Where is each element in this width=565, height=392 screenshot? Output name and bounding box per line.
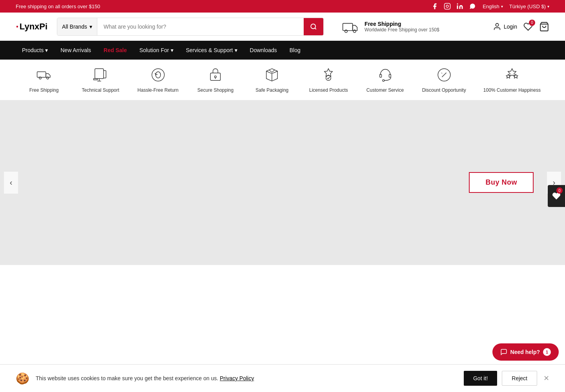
feature-licensed-products: Licensed Products	[309, 66, 348, 94]
social-icons	[431, 2, 476, 10]
logo[interactable]: · LynxPi	[16, 20, 47, 33]
wishlist-button[interactable]: 0	[523, 22, 533, 31]
technical-support-icon	[91, 66, 109, 84]
hero-prev-button[interactable]: ‹	[4, 172, 18, 194]
feature-customer-happiness: 100% Customer Happiness	[483, 66, 541, 94]
svg-text:%: %	[441, 72, 443, 74]
safe-packaging-label: Safe Packaging	[255, 87, 288, 94]
secure-shopping-label: Secure Shopping	[197, 87, 233, 94]
top-bar: Free shipping on all orders over $150 En…	[0, 0, 565, 13]
brand-select-chevron-icon: ▾	[89, 24, 92, 30]
svg-rect-6	[343, 23, 353, 30]
customer-service-label: Customer Service	[366, 87, 404, 94]
language-selector[interactable]: English ▾	[483, 4, 503, 9]
section-below-hero	[0, 265, 565, 312]
discount-opportunity-icon: %	[435, 66, 453, 84]
customer-service-icon	[376, 66, 394, 84]
hassle-free-return-label: Hassle-Free Return	[137, 87, 179, 94]
solution-chevron-icon: ▾	[171, 47, 173, 53]
svg-point-9	[496, 23, 498, 26]
svg-rect-24	[389, 74, 391, 77]
facebook-icon[interactable]	[431, 2, 439, 10]
shipping-title: Free Shipping	[365, 21, 439, 27]
licensed-products-label: Licensed Products	[309, 87, 348, 94]
feature-free-shipping: Free Shipping	[24, 66, 64, 94]
svg-rect-18	[210, 73, 220, 80]
wishlist-count: 0	[529, 20, 535, 26]
currency-chevron-icon: ▾	[547, 4, 549, 9]
safe-packaging-icon	[263, 66, 281, 84]
free-shipping-icon	[35, 66, 53, 84]
brand-select[interactable]: All Brands ▾	[57, 18, 97, 35]
discount-opportunity-label: Discount Opportunity	[422, 87, 466, 94]
svg-point-19	[215, 76, 217, 78]
login-button[interactable]: Login	[493, 22, 517, 31]
customer-happiness-label: 100% Customer Happiness	[483, 87, 541, 94]
main-nav: Products ▾ New Arrivals Red Sale Solutio…	[0, 41, 565, 60]
search-container: All Brands ▾	[57, 18, 324, 36]
feature-technical-support: Technical Support	[81, 66, 120, 94]
svg-rect-23	[379, 74, 381, 77]
svg-line-27	[442, 73, 446, 77]
customer-happiness-icon	[503, 66, 521, 84]
hassle-free-return-icon	[149, 66, 167, 84]
shipping-truck-icon	[341, 18, 359, 36]
cart-button[interactable]	[539, 22, 549, 32]
header-shipping: Free Shipping Worldwide Free Shipping ov…	[341, 18, 439, 36]
nav-item-red-sale[interactable]: Red Sale	[97, 41, 133, 60]
lang-chevron-icon: ▾	[501, 4, 503, 9]
header-actions: Login 0	[493, 22, 549, 32]
nav-item-products[interactable]: Products ▾	[16, 41, 54, 60]
svg-point-3	[457, 4, 458, 5]
nav-item-new-arrivals[interactable]: New Arrivals	[54, 41, 97, 60]
buy-now-button[interactable]: Buy Now	[469, 172, 534, 193]
linkedin-icon[interactable]	[456, 2, 464, 10]
free-shipping-label: Free Shipping	[29, 87, 59, 94]
svg-rect-0	[445, 4, 450, 9]
svg-point-4	[311, 24, 315, 29]
feature-discount-opportunity: % Discount Opportunity	[422, 66, 466, 94]
svg-point-17	[152, 69, 164, 81]
secure-shopping-icon	[206, 66, 224, 84]
svg-rect-2	[457, 5, 458, 9]
nav-item-solution-for[interactable]: Solution For ▾	[133, 41, 179, 60]
feature-safe-packaging: Safe Packaging	[252, 66, 292, 94]
products-chevron-icon: ▾	[45, 47, 48, 53]
instagram-icon[interactable]	[443, 2, 451, 10]
shipping-subtitle: Worldwide Free Shipping over 150$	[365, 27, 439, 33]
nav-item-blog[interactable]: Blog	[283, 41, 307, 60]
nav-item-services-support[interactable]: Services & Support ▾	[180, 41, 244, 60]
top-bar-right: English ▾ Türkiye (USD $) ▾	[431, 2, 549, 10]
technical-support-label: Technical Support	[82, 87, 119, 94]
svg-point-22	[326, 76, 331, 81]
svg-line-5	[315, 28, 316, 29]
whatsapp-icon[interactable]	[468, 2, 476, 10]
hero-content: Buy Now	[0, 172, 565, 193]
feature-secure-shopping: Secure Shopping	[196, 66, 235, 94]
nav-item-downloads[interactable]: Downloads	[244, 41, 283, 60]
floating-wishlist-button[interactable]: 0	[548, 185, 565, 207]
feature-customer-service: Customer Service	[366, 66, 405, 94]
hero-banner: ‹ Buy Now ›	[0, 100, 565, 265]
floating-wishlist-count: 0	[556, 187, 563, 194]
header: · LynxPi All Brands ▾ Free Shipping Worl…	[0, 13, 565, 41]
search-button[interactable]	[304, 18, 323, 35]
top-bar-shipping-notice: Free shipping on all orders over $150	[16, 4, 100, 9]
feature-hassle-free-return: Hassle-Free Return	[137, 66, 179, 94]
search-input[interactable]	[97, 18, 304, 35]
licensed-products-icon	[319, 66, 337, 84]
services-chevron-icon: ▾	[235, 47, 237, 53]
features-bar: Free Shipping Technical Support Hassle-F…	[0, 60, 565, 100]
svg-rect-14	[95, 69, 104, 78]
svg-rect-11	[37, 72, 46, 77]
currency-selector[interactable]: Türkiye (USD $) ▾	[509, 4, 549, 9]
